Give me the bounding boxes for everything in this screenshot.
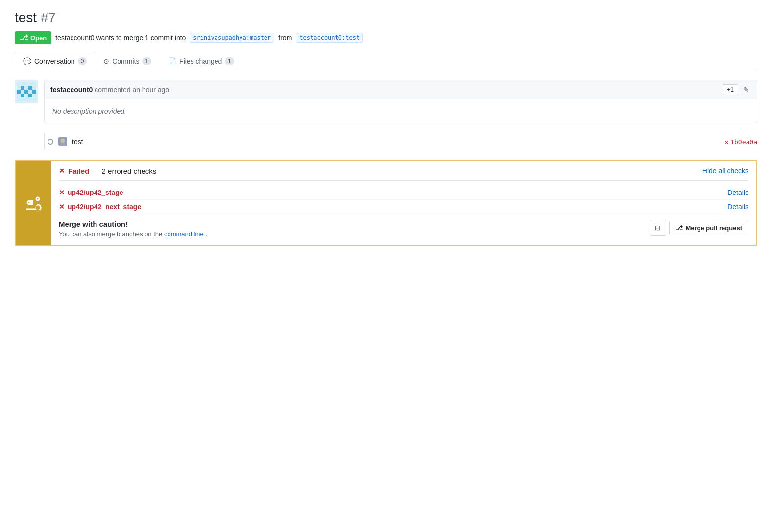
svg-rect-3 (24, 90, 28, 94)
commit-user-avatar (58, 137, 67, 146)
tab-conversation-label: Conversation (34, 57, 75, 65)
pr-title: test #7 (15, 10, 757, 25)
check-2-name[interactable]: up42/up42_next_stage (68, 203, 141, 211)
pr-number: #7 (41, 10, 56, 25)
svg-rect-5 (28, 94, 32, 97)
comment-box: testaccount0 commented an hour ago +1 ✎ … (44, 80, 757, 123)
edit-comment-button[interactable]: ✎ (741, 85, 751, 95)
commit-name: test (72, 138, 83, 145)
comment-time: commented an hour ago (95, 86, 169, 94)
merge-header-row: Merge with caution! You can also merge b… (59, 220, 748, 238)
files-changed-icon: 📄 (168, 57, 176, 65)
commit-x-icon: ✕ (724, 138, 728, 145)
command-line-link[interactable]: command line (164, 230, 204, 238)
check-row-1-left: ✕ up42/up42_stage (59, 189, 123, 196)
merge-pull-request-button[interactable]: ⎇ Merge pull request (669, 221, 748, 235)
merge-text-block: Merge with caution! You can also merge b… (59, 220, 207, 238)
tab-files-changed[interactable]: 📄 Files changed 1 (160, 52, 242, 70)
merge-actions: ⊟ ⎇ Merge pull request (650, 220, 748, 236)
hide-all-checks-link[interactable]: Hide all checks (702, 167, 748, 175)
failed-x-icon: ✕ (59, 167, 65, 175)
merge-caution-title: Merge with caution! (59, 220, 207, 228)
failed-detail: — 2 errored checks (92, 167, 156, 175)
tab-commits-count: 1 (142, 57, 151, 65)
pr-meta: ⎇ Open testaccount0 wants to merge 1 com… (15, 31, 757, 44)
source-branch: testaccount0:test (296, 33, 363, 43)
avatar-container (15, 80, 38, 123)
tab-files-changed-label: Files changed (179, 57, 222, 65)
terminal-button[interactable]: ⊟ (650, 220, 666, 236)
edit-icon: ✎ (743, 86, 749, 94)
comment-header-left: testaccount0 commented an hour ago (50, 86, 169, 94)
tab-commits-label: Commits (112, 57, 139, 65)
status-badge: ⎇ Open (15, 31, 51, 44)
conversation-icon: 💬 (23, 57, 31, 65)
merge-branch-icon (24, 194, 42, 212)
plus-one-button[interactable]: +1 (723, 84, 738, 95)
tab-commits[interactable]: ⊙ Commits 1 (95, 52, 160, 70)
check-row-2-left: ✕ up42/up42_next_stage (59, 203, 141, 211)
commits-icon: ⊙ (103, 57, 109, 65)
from-text: from (278, 34, 292, 42)
check-row-1: ✕ up42/up42_stage Details (59, 186, 748, 200)
tab-conversation-count: 0 (78, 57, 87, 65)
svg-rect-7 (32, 90, 36, 94)
comment-header: testaccount0 commented an hour ago +1 ✎ (45, 80, 757, 99)
check-1-x-icon: ✕ (59, 189, 65, 196)
comment-section: testaccount0 commented an hour ago +1 ✎ … (15, 80, 757, 123)
svg-rect-6 (17, 90, 21, 94)
merge-icon: ⎇ (20, 33, 28, 42)
tab-conversation[interactable]: 💬 Conversation 0 (15, 52, 95, 70)
commit-row: test ✕ 1b0ea0a (44, 133, 757, 150)
check-2-x-icon: ✕ (59, 203, 65, 211)
comment-author: testaccount0 (50, 86, 93, 94)
checks-left-icon-container (16, 161, 51, 245)
terminal-icon: ⊟ (655, 224, 661, 232)
commit-hash: ✕ 1b0ea0a (724, 138, 757, 145)
checks-content: ✕ Failed — 2 errored checks Hide all che… (51, 161, 756, 245)
tabs: 💬 Conversation 0 ⊙ Commits 1 📄 Files cha… (15, 52, 757, 70)
merge-section: Merge with caution! You can also merge b… (59, 214, 748, 240)
target-branch: srinivasupadhya:master (190, 33, 274, 43)
avatar (15, 80, 38, 103)
check-2-details-link[interactable]: Details (727, 203, 748, 211)
status-label: Open (30, 34, 47, 42)
svg-rect-2 (28, 86, 32, 90)
pr-description: testaccount0 wants to merge 1 commit int… (55, 34, 186, 42)
checks-failed-label: ✕ Failed — 2 errored checks (59, 167, 156, 175)
merge-sub-end: . (205, 230, 207, 238)
check-row-2: ✕ up42/up42_next_stage Details (59, 200, 748, 214)
avatar-image (17, 82, 36, 101)
merge-btn-label: Merge pull request (685, 224, 742, 232)
comment-header-right: +1 ✎ (723, 84, 751, 95)
commit-dot (48, 139, 53, 145)
svg-point-9 (61, 139, 65, 143)
comment-text: No description provided. (52, 107, 126, 115)
merge-btn-icon: ⎇ (676, 224, 683, 232)
svg-rect-1 (21, 86, 24, 90)
check-1-name[interactable]: up42/up42_stage (68, 189, 123, 196)
merge-sub-prefix: You can also merge branches on the (59, 230, 162, 238)
svg-rect-4 (21, 94, 24, 97)
tab-files-changed-count: 1 (225, 57, 234, 65)
failed-label: Failed (68, 167, 89, 175)
comment-body: No description provided. (45, 99, 757, 123)
checks-header: ✕ Failed — 2 errored checks Hide all che… (59, 167, 748, 181)
commit-hash-value: 1b0ea0a (730, 138, 757, 145)
check-1-details-link[interactable]: Details (727, 189, 748, 196)
checks-section: ✕ Failed — 2 errored checks Hide all che… (15, 160, 757, 246)
merge-sub-text: You can also merge branches on the comma… (59, 230, 207, 238)
pr-title-text: test (15, 10, 37, 25)
commit-avatar-img (58, 137, 67, 146)
